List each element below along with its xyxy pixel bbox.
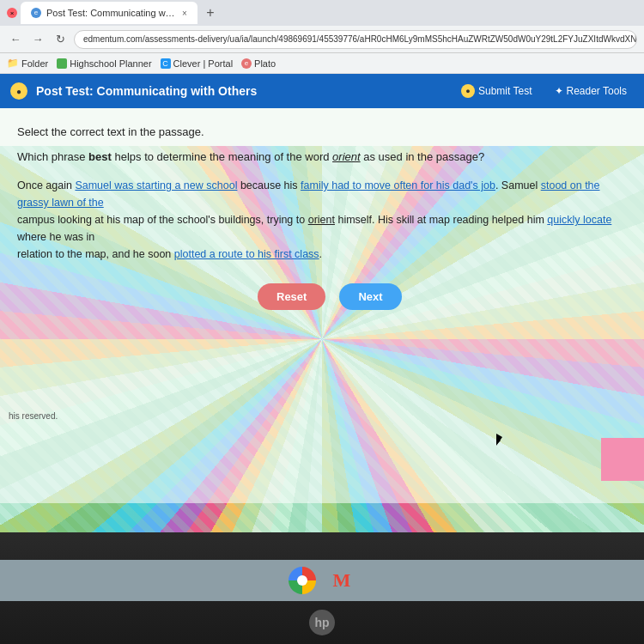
window-close-btn[interactable]: × bbox=[7, 8, 17, 18]
passage-orient[interactable]: orient bbox=[308, 214, 335, 226]
question-middle: helps to determine the meaning of the wo… bbox=[112, 150, 332, 163]
bookmark-folder[interactable]: 📁 Folder bbox=[7, 58, 48, 69]
address-bar-row: ← → ↻ edmentum.com/assessments-delivery/… bbox=[0, 26, 644, 53]
instruction-text: Select the correct text in the passage. bbox=[17, 125, 627, 138]
chrome-inner-circle bbox=[297, 575, 307, 586]
reader-tools-icon: ✦ bbox=[555, 85, 563, 97]
submit-icon: ● bbox=[461, 84, 475, 98]
passage-line3: relation to the map, and he soon bbox=[17, 248, 174, 260]
clever-icon: C bbox=[161, 58, 171, 69]
tab-label: Post Test: Communicating with bbox=[46, 8, 175, 18]
gmail-taskbar-icon[interactable]: M bbox=[328, 567, 355, 594]
gmail-icon: M bbox=[333, 569, 351, 592]
app-header: ● Post Test: Communicating with Others ●… bbox=[0, 74, 644, 108]
chrome-taskbar-icon[interactable] bbox=[289, 567, 316, 594]
reset-button[interactable]: Reset bbox=[258, 283, 325, 310]
highschool-icon bbox=[57, 58, 67, 69]
passage-end: . bbox=[319, 248, 322, 260]
passage-mid1: because his bbox=[237, 179, 301, 191]
passage-plotted[interactable]: plotted a route to his first class bbox=[174, 248, 319, 260]
question-text: Which phrase best helps to determine the… bbox=[17, 150, 627, 163]
next-button[interactable]: Next bbox=[339, 283, 401, 310]
screen: × e Post Test: Communicating with × + ← … bbox=[0, 0, 644, 532]
submit-test-button[interactable]: ● Submit Test bbox=[454, 81, 538, 101]
bookmark-highschool-label: Highschool Planner bbox=[70, 58, 151, 69]
passage-prefix: Once again bbox=[17, 179, 75, 191]
hp-logo: hp bbox=[309, 610, 335, 635]
app-logo: ● bbox=[10, 82, 27, 100]
tab-favicon: e bbox=[31, 8, 41, 18]
passage-mid4: where he was in bbox=[17, 231, 94, 243]
passage-locate[interactable]: quickly locate bbox=[547, 214, 611, 226]
refresh-button[interactable]: ↻ bbox=[52, 31, 69, 48]
question-orient: orient bbox=[332, 150, 361, 163]
folder-icon: 📁 bbox=[7, 58, 19, 69]
submit-label: Submit Test bbox=[478, 85, 532, 97]
bookmark-highschool[interactable]: Highschool Planner bbox=[57, 58, 151, 69]
address-bar[interactable]: edmentum.com/assessments-delivery/ua/ia/… bbox=[74, 30, 637, 49]
passage-mid2: . Samuel bbox=[495, 179, 541, 191]
plato-icon: e bbox=[241, 58, 252, 69]
taskbar: M bbox=[0, 560, 644, 601]
question-bold: best bbox=[88, 150, 112, 163]
content-area: Select the correct text in the passage. … bbox=[0, 108, 644, 503]
new-tab-button[interactable]: + bbox=[201, 3, 220, 22]
browser-titlebar: × e Post Test: Communicating with × + bbox=[0, 0, 644, 26]
passage-samuel[interactable]: Samuel was starting a new school bbox=[75, 179, 237, 191]
bookmark-clever[interactable]: C Clever | Portal bbox=[161, 58, 234, 69]
reader-tools-label: Reader Tools bbox=[567, 85, 628, 97]
passage-line2: campus looking at his map of the school'… bbox=[17, 214, 308, 226]
bookmark-plato-label: Plato bbox=[254, 58, 276, 69]
bookmark-clever-label: Clever | Portal bbox=[173, 58, 234, 69]
bookmark-folder-label: Folder bbox=[21, 58, 48, 69]
reader-tools-button[interactable]: ✦ Reader Tools bbox=[548, 82, 635, 100]
laptop-body: M hp bbox=[0, 532, 644, 644]
question-suffix: as used in the passage? bbox=[361, 150, 485, 163]
question-prefix: Which phrase bbox=[17, 150, 88, 163]
bookmark-plato[interactable]: e Plato bbox=[241, 58, 276, 69]
forward-button[interactable]: → bbox=[29, 31, 46, 48]
app-title: Post Test: Communicating with Others bbox=[36, 84, 446, 98]
address-url: edmentum.com/assessments-delivery/ua/ia/… bbox=[83, 34, 637, 44]
passage-family[interactable]: family had to move often for his dad's j… bbox=[301, 179, 495, 191]
button-row: Reset Next bbox=[258, 283, 627, 310]
bookmarks-bar: 📁 Folder Highschool Planner C Clever | P… bbox=[0, 53, 644, 74]
browser-tab[interactable]: e Post Test: Communicating with × bbox=[21, 2, 197, 24]
back-button[interactable]: ← bbox=[7, 31, 24, 48]
passage-mid3: himself. His skill at map reading helped… bbox=[335, 214, 547, 226]
passage-text[interactable]: Once again Samuel was starting a new sch… bbox=[17, 177, 627, 263]
tab-close-btn[interactable]: × bbox=[182, 9, 187, 18]
footer-text: his reserved. bbox=[9, 411, 58, 421]
